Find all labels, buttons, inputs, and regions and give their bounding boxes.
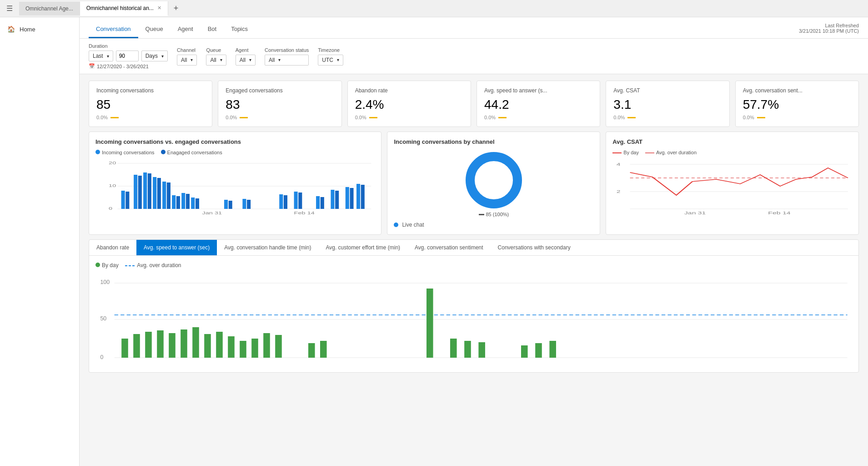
svg-rect-80 — [549, 341, 556, 358]
page-header: Conversation Queue Agent Bot Topics Last… — [80, 17, 868, 39]
svg-rect-30 — [298, 192, 302, 209]
kpi-card-engaged: Engaged conversations 83 0.0% — [218, 81, 341, 127]
svg-rect-39 — [361, 185, 365, 209]
browser-tab-1-label: Omnichannel Age... — [25, 5, 73, 12]
close-tab-2[interactable]: ✕ — [157, 5, 161, 11]
hamburger-menu[interactable]: ☰ — [0, 0, 19, 16]
svg-rect-9 — [138, 176, 142, 209]
sidebar-item-home-label: Home — [20, 26, 35, 33]
bottom-legend: By day Avg. over duration — [95, 262, 852, 268]
tab-bot[interactable]: Bot — [201, 21, 224, 38]
svg-rect-32 — [316, 196, 320, 209]
date-range: 📅 12/27/2020 - 3/26/2021 — [89, 63, 168, 69]
bottom-bar-chart: 100 50 0 — [95, 275, 852, 366]
donut-chart: 85 (100%) — [394, 150, 593, 218]
bottom-tab-secondary[interactable]: Conversations with secondary — [491, 240, 578, 255]
sidebar-item-home[interactable]: 🏠 Home — [0, 21, 79, 37]
kpi-card-speed: Avg. speed to answer (s... 44.2 0.0% — [477, 81, 600, 127]
svg-text:4: 4 — [617, 162, 621, 167]
svg-rect-72 — [308, 343, 315, 358]
legend-line-avg — [645, 152, 654, 153]
queue-select[interactable]: All ▾ — [206, 55, 226, 66]
home-icon: 🏠 — [7, 25, 15, 33]
trend-bar-icon — [627, 117, 636, 118]
legend-dot-byday-bottom — [95, 263, 100, 267]
svg-rect-28 — [284, 195, 287, 209]
duration-unit-select[interactable]: Days ▾ — [141, 51, 168, 61]
channel-select[interactable]: All ▾ — [177, 55, 197, 66]
filter-timezone: Timezone UTC ▾ — [318, 47, 343, 66]
duration-value-input[interactable] — [116, 51, 139, 61]
timezone-select[interactable]: UTC ▾ — [318, 55, 343, 66]
tab-topics[interactable]: Topics — [224, 21, 255, 38]
browser-tab-2-label: Omnichannel historical an... — [86, 5, 154, 11]
svg-rect-65 — [204, 334, 211, 358]
chart3-legend: By day Avg. over duration — [612, 150, 852, 155]
bottom-chart-area: By day Avg. over duration 100 50 0 — [89, 256, 858, 372]
kpi-card-abandon: Abandon rate 2.4% 0.0% — [347, 81, 471, 127]
bottom-tab-sentiment[interactable]: Avg. conversation sentiment — [407, 240, 491, 255]
svg-rect-74 — [426, 289, 433, 358]
chevron-down-icon2: ▾ — [161, 54, 164, 59]
bottom-tab-effort[interactable]: Avg. customer effort time (min) — [318, 240, 407, 255]
agent-select[interactable]: All ▾ — [236, 55, 256, 66]
svg-rect-76 — [464, 341, 471, 358]
kpi-trend-sentiment: 0.0% — [743, 115, 851, 120]
trend-bar-icon — [110, 117, 119, 118]
legend-dot-livechat — [394, 223, 398, 227]
svg-point-41 — [478, 164, 510, 196]
legend-dashed-line-bottom — [125, 263, 136, 268]
svg-rect-75 — [450, 339, 457, 358]
svg-rect-25 — [242, 199, 246, 209]
svg-text:0: 0 — [109, 206, 112, 211]
tab-bar: ☰ Omnichannel Age... Omnichannel histori… — [0, 0, 868, 17]
svg-rect-78 — [521, 345, 528, 358]
conversation-status-select[interactable]: All ▾ — [265, 55, 309, 66]
svg-rect-26 — [247, 200, 251, 209]
filter-conversation-status: Conversation status All ▾ — [265, 47, 309, 66]
chevron-down-icon: ▾ — [107, 54, 109, 59]
bottom-tab-handle[interactable]: Avg. conversation handle time (min) — [217, 240, 318, 255]
svg-rect-66 — [216, 332, 223, 358]
kpi-trend-csat: 0.0% — [613, 115, 722, 120]
duration-preset-select[interactable]: Last ▾ — [89, 51, 113, 61]
chart1-legend: Incoming conversations Enagaged conversa… — [95, 150, 375, 155]
chevron-down-icon5: ▾ — [249, 57, 251, 62]
svg-rect-10 — [143, 172, 147, 209]
svg-rect-71 — [275, 335, 282, 358]
bottom-tab-abandon[interactable]: Abandon rate — [89, 240, 136, 255]
svg-rect-13 — [157, 178, 161, 209]
svg-rect-8 — [134, 175, 137, 209]
tab-conversation[interactable]: Conversation — [89, 21, 138, 38]
trend-bar-icon — [498, 117, 507, 118]
svg-rect-19 — [186, 194, 190, 209]
svg-rect-7 — [125, 192, 129, 209]
browser-tab-2[interactable]: Omnichannel historical an... ✕ — [80, 1, 168, 16]
tab-agent[interactable]: Agent — [171, 21, 201, 38]
add-tab-button[interactable]: + — [168, 0, 184, 17]
svg-rect-27 — [279, 194, 283, 209]
kpi-trend-engaged: 0.0% — [226, 115, 334, 120]
browser-tab-1[interactable]: Omnichannel Age... — [19, 2, 80, 15]
bottom-tab-bar: Abandon rate Avg. speed to answer (sec) … — [89, 240, 858, 256]
charts-row: Incoming conversations vs. engaged conve… — [80, 132, 868, 239]
bottom-tab-speed[interactable]: Avg. speed to answer (sec) — [136, 240, 217, 255]
svg-rect-79 — [535, 343, 542, 358]
chart-card-conversations-vs-engaged: Incoming conversations vs. engaged conve… — [89, 132, 381, 235]
tab-queue[interactable]: Queue — [138, 21, 171, 38]
filters-bar: Duration Last ▾ Days ▾ 📅 12/27/2020 - 3/… — [80, 39, 868, 74]
bottom-section: Abandon rate Avg. speed to answer (sec) … — [89, 239, 859, 373]
kpi-trend-speed: 0.0% — [484, 115, 592, 120]
svg-text:100: 100 — [100, 279, 110, 285]
svg-rect-35 — [335, 191, 339, 209]
main-layout: 🏠 Home Conversation Queue Agent Bot — [0, 17, 868, 466]
svg-rect-33 — [321, 197, 324, 209]
svg-rect-59 — [133, 334, 140, 358]
svg-rect-64 — [192, 327, 199, 358]
svg-text:Feb 14: Feb 14 — [768, 211, 791, 215]
filter-queue: Queue All ▾ — [206, 47, 226, 66]
svg-rect-17 — [176, 196, 180, 209]
svg-text:Feb 14: Feb 14 — [294, 211, 315, 215]
svg-rect-60 — [145, 332, 152, 358]
svg-rect-34 — [331, 190, 334, 209]
